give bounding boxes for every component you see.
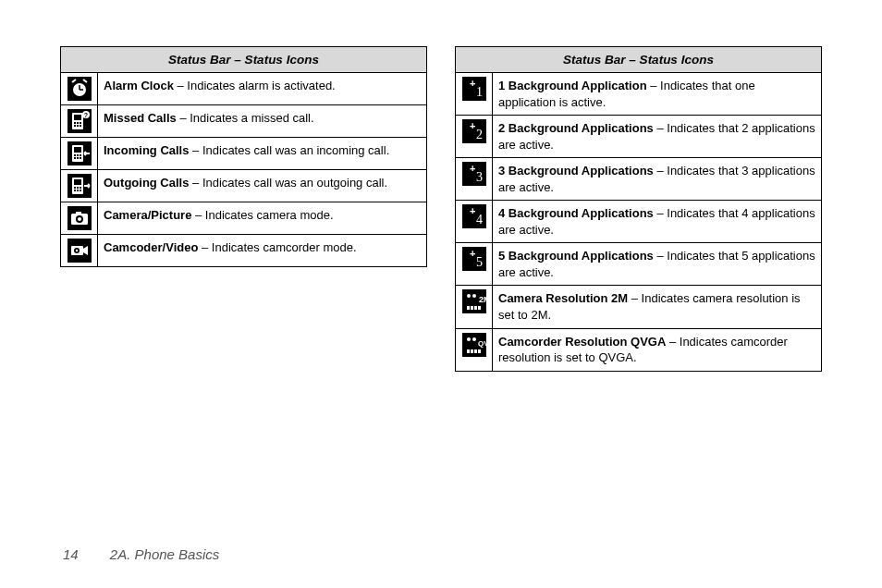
svg-rect-34 (80, 190, 81, 191)
table-row: Outgoing Calls – Indicates call was an o… (61, 170, 427, 202)
svg-rect-19 (74, 147, 81, 153)
table-row: 2MCamera Resolution 2M – Indicates camer… (456, 286, 822, 328)
term: Camera Resolution 2M (498, 291, 628, 305)
table-row: Camera/Picture – Indicates camera mode. (61, 202, 427, 235)
svg-rect-24 (77, 157, 79, 159)
description-text: – Indicates a missed call. (177, 111, 314, 125)
table-row: Incoming Calls – Indicates call was an i… (61, 138, 427, 170)
res2m-icon: 2M (456, 286, 493, 328)
term: 4 Background Applications (498, 206, 654, 220)
description-text: – Indicates call was an outgoing call. (189, 176, 387, 190)
svg-text:+: + (470, 163, 475, 174)
svg-rect-71 (467, 349, 470, 353)
svg-rect-20 (74, 154, 76, 156)
svg-point-43 (75, 250, 77, 251)
svg-rect-63 (467, 306, 470, 310)
icon-description: Camera/Picture – Indicates camera mode. (98, 202, 427, 235)
term: Incoming Calls (104, 143, 189, 157)
table-header: Status Bar – Status Icons (456, 47, 822, 73)
svg-rect-23 (74, 157, 76, 159)
description-text: – Indicates alarm is activated. (174, 79, 336, 92)
svg-rect-21 (77, 154, 79, 156)
svg-rect-28 (74, 179, 81, 185)
icon-description: Incoming Calls – Indicates call was an i… (98, 138, 427, 170)
table-row: Camcoder/Video – Indicates camcorder mod… (61, 235, 427, 267)
svg-text:+: + (470, 248, 475, 259)
term: Camcoder/Video (104, 240, 198, 254)
outgoing-calls-icon (61, 170, 98, 202)
bg5-icon: +5 (456, 243, 493, 286)
svg-point-39 (78, 217, 81, 221)
status-icons-table-left: Status Bar – Status Icons Alarm Clock – … (60, 46, 427, 267)
svg-rect-30 (77, 187, 79, 189)
svg-rect-10 (77, 122, 79, 124)
icon-description: 4 Background Applications – Indicates th… (493, 201, 822, 243)
term: 5 Background Applications (498, 249, 654, 263)
table-row: +11 Background Application – Indicates t… (456, 73, 822, 116)
svg-text:2: 2 (476, 128, 483, 141)
term: 2 Background Applications (498, 121, 654, 135)
svg-rect-31 (80, 187, 81, 189)
svg-text:+: + (470, 120, 475, 131)
table-row: +33 Background Applications – Indicates … (456, 158, 822, 201)
camera-icon (61, 202, 98, 235)
svg-rect-66 (478, 306, 481, 310)
svg-text:5: 5 (476, 255, 483, 269)
svg-rect-74 (478, 349, 481, 353)
missed-calls-icon: ? (61, 105, 98, 138)
icon-description: Camera Resolution 2M – Indicates camera … (493, 286, 822, 328)
svg-rect-37 (76, 212, 81, 214)
table-row: +44 Background Applications – Indicates … (456, 201, 822, 243)
camcorder-icon (61, 235, 98, 267)
svg-point-61 (472, 294, 476, 298)
svg-rect-72 (471, 349, 473, 353)
description-text: – Indicates camcorder mode. (198, 240, 356, 254)
icon-description: Camcoder/Video – Indicates camcorder mod… (98, 235, 427, 267)
term: Missed Calls (104, 111, 177, 125)
page-footer: 14 2A. Phone Basics (63, 546, 219, 562)
svg-text:QV: QV (478, 339, 486, 348)
description-text: – Indicates camera mode. (191, 208, 333, 222)
svg-text:3: 3 (476, 170, 483, 184)
icon-description: Missed Calls – Indicates a missed call. (98, 105, 427, 138)
page-number: 14 (63, 546, 79, 562)
svg-rect-25 (80, 157, 81, 159)
icon-description: 5 Background Applications – Indicates th… (493, 243, 822, 286)
bg4-icon: +4 (456, 201, 493, 243)
svg-text:+: + (470, 78, 475, 89)
table-row: ?Missed Calls – Indicates a missed call. (61, 105, 427, 138)
status-icons-table-right: Status Bar – Status Icons +11 Background… (455, 46, 822, 372)
table-row: QVCamcorder Resolution QVGA – Indicates … (456, 328, 822, 371)
svg-text:1: 1 (476, 85, 483, 99)
left-column: Status Bar – Status Icons Alarm Clock – … (60, 46, 427, 372)
icon-description: Outgoing Calls – Indicates call was an o… (98, 170, 427, 202)
svg-rect-9 (74, 122, 76, 124)
svg-rect-22 (80, 154, 81, 156)
svg-rect-11 (80, 122, 81, 124)
svg-rect-8 (74, 115, 81, 120)
table-row: Alarm Clock – Indicates alarm is activat… (61, 73, 427, 105)
svg-text:+: + (470, 205, 475, 216)
icon-description: Alarm Clock – Indicates alarm is activat… (98, 73, 427, 105)
svg-text:2M: 2M (479, 295, 486, 304)
icon-description: 3 Background Applications – Indicates th… (493, 158, 822, 201)
svg-rect-65 (474, 306, 477, 310)
term: 1 Background Application (498, 79, 647, 92)
svg-rect-29 (74, 187, 76, 189)
bg1-icon: +1 (456, 73, 493, 116)
section-title: 2A. Phone Basics (110, 546, 219, 562)
svg-point-68 (467, 337, 471, 341)
icon-description: 2 Background Applications – Indicates th… (493, 116, 822, 158)
term: Camera/Picture (104, 208, 191, 222)
term: Alarm Clock (104, 79, 174, 92)
table-header: Status Bar – Status Icons (61, 47, 427, 73)
bg2-icon: +2 (456, 116, 493, 158)
svg-text:4: 4 (476, 213, 483, 227)
term: 3 Background Applications (498, 164, 654, 178)
svg-rect-32 (74, 190, 76, 191)
table-row: +55 Background Applications – Indicates … (456, 243, 822, 286)
svg-text:?: ? (83, 112, 87, 118)
incoming-calls-icon (61, 138, 98, 170)
bg3-icon: +3 (456, 158, 493, 201)
right-column: Status Bar – Status Icons +11 Background… (455, 46, 822, 372)
